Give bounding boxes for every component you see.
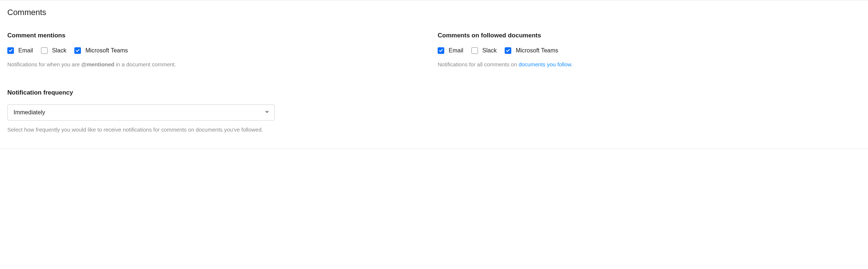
mentions-email-label: Email bbox=[18, 47, 33, 54]
followed-teams-checkbox[interactable] bbox=[505, 47, 511, 54]
followed-help-post: . bbox=[571, 61, 572, 67]
followed-title: Comments on followed documents bbox=[438, 32, 861, 39]
followed-documents-group: Comments on followed documents Email Sla… bbox=[438, 32, 861, 134]
bottom-divider bbox=[0, 148, 868, 149]
frequency-select-wrapper: Immediately bbox=[7, 104, 275, 121]
comment-mentions-title: Comment mentions bbox=[7, 32, 430, 39]
mentions-teams-label: Microsoft Teams bbox=[85, 47, 128, 54]
followed-help-text: Notifications for all comments on docume… bbox=[438, 60, 861, 69]
mentions-slack-label: Slack bbox=[52, 47, 66, 54]
mentions-checkbox-row: Email Slack Microsoft Teams bbox=[7, 47, 430, 54]
mentions-teams-checkbox[interactable] bbox=[74, 47, 81, 54]
followed-email-checkbox[interactable] bbox=[438, 47, 444, 54]
documents-you-follow-link[interactable]: documents you follow bbox=[519, 61, 571, 67]
followed-email-item: Email bbox=[438, 47, 463, 54]
mentions-slack-checkbox[interactable] bbox=[41, 47, 48, 54]
followed-help-pre: Notifications for all comments on bbox=[438, 61, 519, 67]
comment-mentions-group: Comment mentions Email Slack Micr bbox=[7, 32, 430, 134]
frequency-help-text: Select how frequently you would like to … bbox=[7, 126, 275, 134]
followed-email-label: Email bbox=[449, 47, 463, 54]
check-icon bbox=[8, 48, 13, 53]
followed-slack-label: Slack bbox=[482, 47, 497, 54]
followed-teams-label: Microsoft Teams bbox=[516, 47, 558, 54]
frequency-selected-value: Immediately bbox=[14, 109, 45, 116]
check-icon bbox=[506, 48, 510, 53]
frequency-select[interactable]: Immediately bbox=[7, 104, 275, 121]
mentions-help-post: in a document comment. bbox=[114, 61, 176, 67]
followed-teams-item: Microsoft Teams bbox=[505, 47, 558, 54]
frequency-title: Notification frequency bbox=[7, 89, 275, 96]
notification-frequency-group: Notification frequency Immediately Selec… bbox=[7, 89, 275, 134]
mentions-email-checkbox[interactable] bbox=[7, 47, 14, 54]
followed-slack-item: Slack bbox=[471, 47, 497, 54]
mentions-slack-item: Slack bbox=[41, 47, 66, 54]
section-title: Comments bbox=[7, 8, 861, 17]
mentions-help-bold: @mentioned bbox=[81, 61, 114, 67]
mentions-help-pre: Notifications for when you are bbox=[7, 61, 81, 67]
mentions-email-item: Email bbox=[7, 47, 33, 54]
mentions-teams-item: Microsoft Teams bbox=[74, 47, 128, 54]
followed-slack-checkbox[interactable] bbox=[471, 47, 478, 54]
mentions-help-text: Notifications for when you are @mentione… bbox=[7, 60, 430, 69]
columns: Comment mentions Email Slack Micr bbox=[7, 32, 861, 134]
check-icon bbox=[439, 48, 443, 53]
followed-checkbox-row: Email Slack Microsoft Teams bbox=[438, 47, 861, 54]
comments-section: Comments Comment mentions Email Slack bbox=[0, 0, 868, 148]
check-icon bbox=[75, 48, 80, 53]
